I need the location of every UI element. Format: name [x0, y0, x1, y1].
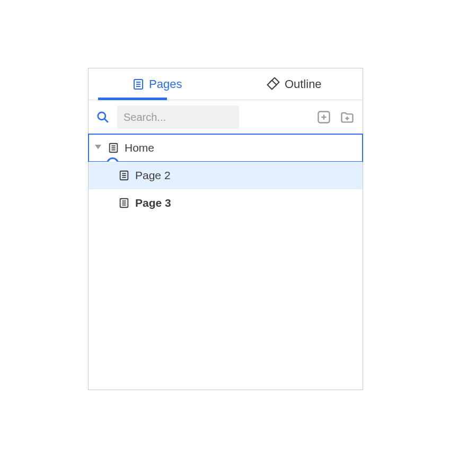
page-icon: [108, 142, 119, 154]
tree-row-label: Page 2: [135, 169, 171, 182]
tab-pages[interactable]: Pages: [89, 68, 226, 100]
svg-line-7: [104, 119, 108, 122]
search-icon[interactable]: [96, 110, 110, 124]
tab-outline-label: Outline: [285, 77, 322, 91]
tree-row-home[interactable]: Home: [89, 134, 363, 162]
page-tree: Home Page 2: [89, 134, 363, 390]
page-icon: [118, 170, 130, 181]
tree-row-page3[interactable]: Page 3: [89, 189, 363, 217]
add-folder-button[interactable]: [339, 109, 355, 125]
diamond-stack-icon: [267, 77, 280, 91]
tab-pages-label: Pages: [149, 77, 182, 91]
add-page-button[interactable]: [316, 109, 332, 125]
page-icon: [118, 197, 130, 209]
pages-panel: Pages Outline: [88, 68, 363, 390]
tree-row-page2[interactable]: Page 2: [89, 162, 363, 189]
tab-outline[interactable]: Outline: [226, 68, 363, 100]
page-icon: [132, 78, 145, 91]
tree-row-label: Home: [125, 142, 154, 154]
svg-marker-13: [95, 145, 101, 149]
svg-point-6: [98, 112, 105, 120]
disclosure-triangle-icon[interactable]: [94, 144, 102, 152]
toolbar: [89, 100, 363, 134]
search-input[interactable]: [117, 105, 239, 129]
svg-rect-5: [267, 80, 276, 89]
tab-bar: Pages Outline: [89, 68, 363, 100]
tree-row-label: Page 3: [135, 197, 171, 209]
